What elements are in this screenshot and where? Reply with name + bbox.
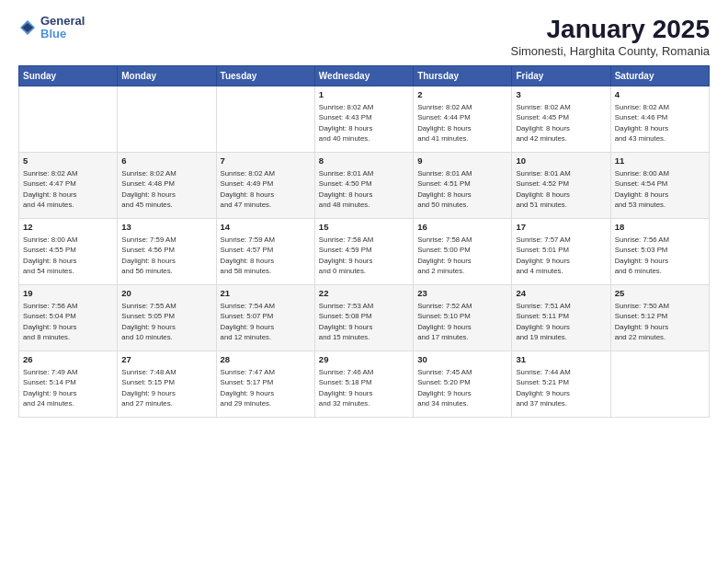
logo-text: General Blue [40,15,85,41]
day-number: 3 [516,89,606,101]
day-cell: 15Sunrise: 7:58 AM Sunset: 4:59 PM Dayli… [314,219,413,285]
day-number: 1 [319,89,409,101]
day-number: 16 [417,222,507,234]
day-cell: 7Sunrise: 8:02 AM Sunset: 4:49 PM Daylig… [216,153,314,219]
day-cell: 13Sunrise: 7:59 AM Sunset: 4:56 PM Dayli… [118,219,216,285]
day-info: Sunrise: 8:01 AM Sunset: 4:51 PM Dayligh… [417,169,472,210]
day-number: 25 [615,288,705,300]
day-cell: 24Sunrise: 7:51 AM Sunset: 5:11 PM Dayli… [512,285,610,351]
day-cell: 21Sunrise: 7:54 AM Sunset: 5:07 PM Dayli… [216,285,314,351]
day-info: Sunrise: 7:57 AM Sunset: 5:01 PM Dayligh… [516,236,570,276]
day-cell: 2Sunrise: 8:02 AM Sunset: 4:44 PM Daylig… [414,86,512,153]
logo: General Blue [18,15,85,41]
header: General Blue January 2025 Simonesti, Har… [18,15,710,58]
day-cell: 9Sunrise: 8:01 AM Sunset: 4:51 PM Daylig… [414,153,512,219]
day-cell [118,86,216,153]
day-number: 20 [121,288,211,300]
day-info: Sunrise: 8:02 AM Sunset: 4:43 PM Dayligh… [319,103,373,144]
day-info: Sunrise: 7:56 AM Sunset: 5:03 PM Dayligh… [615,236,669,276]
day-info: Sunrise: 7:52 AM Sunset: 5:10 PM Dayligh… [417,302,472,342]
day-number: 24 [516,288,606,300]
day-number: 11 [615,155,705,167]
day-info: Sunrise: 7:45 AM Sunset: 5:20 PM Dayligh… [417,368,472,408]
day-number: 2 [417,89,507,101]
day-info: Sunrise: 8:01 AM Sunset: 4:52 PM Dayligh… [516,169,570,210]
day-cell: 16Sunrise: 7:58 AM Sunset: 5:00 PM Dayli… [414,219,512,285]
day-number: 4 [615,89,705,101]
day-cell: 26Sunrise: 7:49 AM Sunset: 5:14 PM Dayli… [19,351,118,418]
logo-blue: Blue [40,28,85,40]
day-number: 13 [121,222,211,234]
day-number: 21 [221,288,311,300]
day-cell: 11Sunrise: 8:00 AM Sunset: 4:54 PM Dayli… [610,153,709,219]
logo-icon [18,18,37,37]
week-row-1: 5Sunrise: 8:02 AM Sunset: 4:47 PM Daylig… [19,153,710,219]
day-number: 19 [23,288,113,300]
day-cell: 22Sunrise: 7:53 AM Sunset: 5:08 PM Dayli… [314,285,413,351]
day-cell: 17Sunrise: 7:57 AM Sunset: 5:01 PM Dayli… [512,219,610,285]
day-number: 14 [221,222,311,234]
col-monday: Monday [118,66,216,86]
day-cell: 1Sunrise: 8:02 AM Sunset: 4:43 PM Daylig… [314,86,413,153]
day-number: 31 [516,354,606,366]
title-block: January 2025 Simonesti, Harghita County,… [510,15,710,58]
day-cell [19,86,118,153]
day-number: 29 [319,354,409,366]
day-cell: 12Sunrise: 8:00 AM Sunset: 4:55 PM Dayli… [19,219,118,285]
day-info: Sunrise: 8:02 AM Sunset: 4:45 PM Dayligh… [516,103,570,144]
day-number: 22 [319,288,409,300]
day-info: Sunrise: 7:56 AM Sunset: 5:04 PM Dayligh… [23,302,77,342]
col-wednesday: Wednesday [314,66,413,86]
day-cell: 25Sunrise: 7:50 AM Sunset: 5:12 PM Dayli… [610,285,709,351]
day-info: Sunrise: 8:02 AM Sunset: 4:47 PM Dayligh… [23,169,77,210]
day-cell: 10Sunrise: 8:01 AM Sunset: 4:52 PM Dayli… [512,153,610,219]
day-number: 23 [417,288,507,300]
day-number: 17 [516,222,606,234]
day-number: 18 [615,222,705,234]
day-info: Sunrise: 8:01 AM Sunset: 4:50 PM Dayligh… [319,169,373,210]
week-row-0: 1Sunrise: 8:02 AM Sunset: 4:43 PM Daylig… [19,86,710,153]
day-cell: 14Sunrise: 7:59 AM Sunset: 4:57 PM Dayli… [216,219,314,285]
day-cell: 4Sunrise: 8:02 AM Sunset: 4:46 PM Daylig… [610,86,709,153]
day-info: Sunrise: 7:50 AM Sunset: 5:12 PM Dayligh… [615,302,669,342]
day-info: Sunrise: 8:02 AM Sunset: 4:46 PM Dayligh… [615,103,669,144]
day-info: Sunrise: 7:58 AM Sunset: 4:59 PM Dayligh… [319,236,373,276]
week-row-3: 19Sunrise: 7:56 AM Sunset: 5:04 PM Dayli… [19,285,710,351]
day-number: 6 [121,155,211,167]
week-row-4: 26Sunrise: 7:49 AM Sunset: 5:14 PM Dayli… [19,351,710,418]
day-info: Sunrise: 7:59 AM Sunset: 4:57 PM Dayligh… [221,236,275,276]
day-cell: 8Sunrise: 8:01 AM Sunset: 4:50 PM Daylig… [314,153,413,219]
day-number: 7 [221,155,311,167]
day-cell: 27Sunrise: 7:48 AM Sunset: 5:15 PM Dayli… [118,351,216,418]
day-cell: 30Sunrise: 7:45 AM Sunset: 5:20 PM Dayli… [414,351,512,418]
day-number: 26 [23,354,113,366]
day-info: Sunrise: 7:51 AM Sunset: 5:11 PM Dayligh… [516,302,570,342]
col-sunday: Sunday [19,66,118,86]
day-info: Sunrise: 7:53 AM Sunset: 5:08 PM Dayligh… [319,302,373,342]
page: General Blue January 2025 Simonesti, Har… [0,0,728,563]
day-number: 12 [23,222,113,234]
day-info: Sunrise: 8:02 AM Sunset: 4:48 PM Dayligh… [121,169,176,210]
day-info: Sunrise: 7:48 AM Sunset: 5:15 PM Dayligh… [121,368,176,408]
calendar-table: Sunday Monday Tuesday Wednesday Thursday… [18,65,710,418]
day-info: Sunrise: 7:44 AM Sunset: 5:21 PM Dayligh… [516,368,570,408]
subtitle: Simonesti, Harghita County, Romania [510,44,710,58]
day-number: 10 [516,155,606,167]
day-number: 8 [319,155,409,167]
day-number: 9 [417,155,507,167]
day-cell [216,86,314,153]
day-cell [610,351,709,418]
day-info: Sunrise: 7:58 AM Sunset: 5:00 PM Dayligh… [417,236,472,276]
day-info: Sunrise: 7:59 AM Sunset: 4:56 PM Dayligh… [121,236,176,276]
col-saturday: Saturday [610,66,709,86]
day-info: Sunrise: 8:00 AM Sunset: 4:55 PM Dayligh… [23,236,77,276]
day-cell: 20Sunrise: 7:55 AM Sunset: 5:05 PM Dayli… [118,285,216,351]
week-row-2: 12Sunrise: 8:00 AM Sunset: 4:55 PM Dayli… [19,219,710,285]
day-number: 28 [221,354,311,366]
day-number: 5 [23,155,113,167]
main-title: January 2025 [510,15,710,44]
day-info: Sunrise: 7:49 AM Sunset: 5:14 PM Dayligh… [23,368,77,408]
day-info: Sunrise: 8:02 AM Sunset: 4:49 PM Dayligh… [221,169,275,210]
day-info: Sunrise: 7:54 AM Sunset: 5:07 PM Dayligh… [221,302,275,342]
day-cell: 23Sunrise: 7:52 AM Sunset: 5:10 PM Dayli… [414,285,512,351]
